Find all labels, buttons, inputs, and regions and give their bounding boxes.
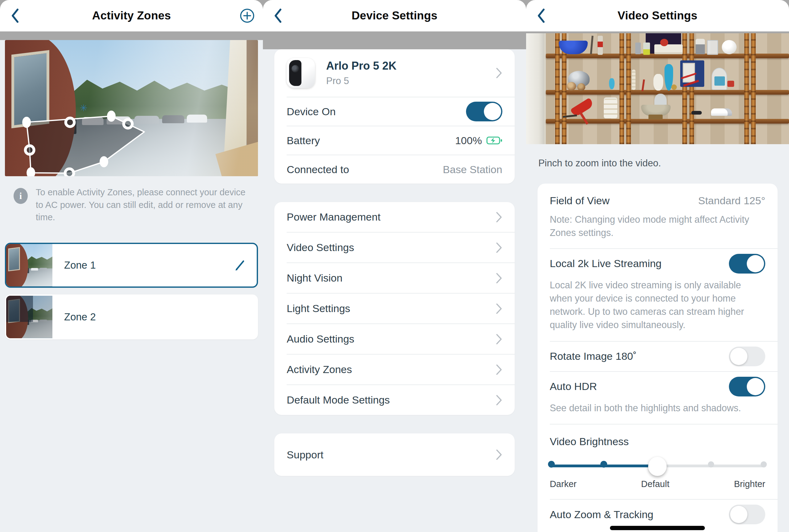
chevron-right-icon	[495, 242, 502, 253]
home-indicator	[610, 526, 705, 530]
camera-product-image	[287, 58, 315, 88]
pencil-icon[interactable]	[233, 259, 246, 272]
photo-stick	[590, 36, 593, 54]
ac-power-note: i To enable Activity Zones, please conne…	[14, 186, 249, 224]
brightness-scale-labels: Darker Default Brighter	[550, 479, 765, 489]
menu-item-audio-settings[interactable]: Audio Settings	[274, 324, 514, 354]
photo-wood-ball	[567, 82, 576, 91]
menu-item-default-mode-settings[interactable]: Default Mode Settings	[274, 385, 514, 415]
device-summary-card: Arlo Pro 5 2K Pro 5 Device On Battery 10…	[274, 49, 514, 184]
battery-label: Battery	[287, 135, 320, 147]
photo-dome-label	[714, 76, 725, 86]
auto-hdr-row: Auto HDR	[538, 372, 777, 401]
local-streaming-toggle[interactable]	[729, 254, 765, 273]
chevron-right-icon	[495, 364, 502, 376]
auto-zoom-toggle[interactable]	[729, 505, 765, 524]
field-of-view-note: Note: Changing video mode might affect A…	[550, 213, 765, 240]
pinch-zoom-hint: Pinch to zoom into the video.	[539, 158, 777, 169]
toggle-knob	[730, 348, 747, 365]
brightness-brighter-label: Brighter	[734, 479, 765, 489]
menu-item-label: Light Settings	[287, 303, 350, 315]
auto-zoom-row: Auto Zoom & Tracking	[538, 500, 777, 529]
back-button[interactable]	[534, 7, 548, 24]
photo-bowl-stand	[649, 115, 663, 119]
activity-zones-body: ✳ i To enable Activity Zones, please con…	[0, 40, 263, 532]
photo-shelf-post	[690, 33, 694, 144]
device-settings-body: Arlo Pro 5 2K Pro 5 Device On Battery 10…	[263, 49, 526, 532]
menu-item-label: Activity Zones	[287, 363, 352, 376]
toggle-knob	[747, 255, 764, 272]
photo-metal-cup	[635, 42, 641, 54]
menu-item-video-settings[interactable]: Video Settings	[274, 232, 514, 263]
field-of-view-label: Field of View	[550, 195, 609, 207]
back-button[interactable]	[8, 7, 22, 24]
zone-midpoint-handle[interactable]	[124, 119, 132, 128]
menu-item-night-vision[interactable]: Night Vision	[274, 263, 514, 293]
zone-midpoint-handle[interactable]	[65, 169, 74, 176]
field-of-view-row[interactable]: Field of View Standard 125°	[538, 184, 777, 207]
auto-zoom-label: Auto Zoom & Tracking	[550, 509, 653, 520]
device-name: Arlo Pro 5 2K	[326, 59, 484, 72]
local-streaming-description: Local 2K live video streaming is only av…	[550, 279, 765, 332]
toggle-knob	[747, 378, 764, 395]
zone-label: Zone 2	[64, 311, 257, 323]
back-button[interactable]	[271, 7, 284, 24]
zone-handle[interactable]	[22, 117, 31, 128]
connected-to-row: Connected to Base Station	[274, 155, 514, 184]
ac-power-note-text: To enable Activity Zones, please connect…	[36, 186, 249, 224]
device-on-toggle[interactable]	[466, 102, 502, 121]
zone-midpoint-handle[interactable]	[65, 118, 74, 127]
device-row[interactable]: Arlo Pro 5 2K Pro 5	[274, 49, 514, 97]
zone-midpoint-handle[interactable]	[25, 146, 34, 154]
photo-red-stick	[641, 79, 645, 91]
activity-zones-screen: Activity Zones ✳	[0, 0, 263, 532]
photo-stone-bowl	[641, 105, 671, 116]
video-settings-body: Pinch to zoom into the video. Field of V…	[526, 33, 789, 532]
zone-handle[interactable]	[99, 156, 108, 167]
menu-item-light-settings[interactable]: Light Settings	[274, 293, 514, 323]
menu-item-label: Power Management	[287, 211, 380, 223]
zone-editor-preview[interactable]: ✳	[5, 40, 258, 176]
menu-item-label: Video Settings	[287, 242, 354, 253]
photo-shelf-post	[555, 33, 560, 144]
settings-menu-card: Power Management Video Settings Night Vi…	[274, 202, 514, 415]
connected-to-value: Base Station	[443, 164, 502, 176]
photo-small-blue-vase	[609, 78, 615, 89]
chevron-right-icon	[495, 394, 502, 406]
zone-handle[interactable]	[107, 111, 116, 122]
photo-shelf-post	[751, 33, 756, 144]
video-settings-header: Video Settings	[526, 0, 789, 32]
photo-binoculars	[691, 111, 702, 115]
info-icon: i	[14, 188, 28, 204]
plus-circle-icon	[240, 8, 255, 23]
connected-to-label: Connected to	[287, 164, 349, 176]
brightness-slider[interactable]	[550, 456, 765, 476]
brightness-darker-label: Darker	[550, 479, 577, 489]
menu-item-activity-zones[interactable]: Activity Zones	[274, 355, 514, 384]
camera-live-preview[interactable]	[526, 33, 789, 144]
photo-door	[526, 33, 546, 144]
camera-lens-icon	[292, 65, 299, 72]
photo-glass-cylinder	[707, 40, 718, 55]
chevron-right-icon	[495, 272, 502, 284]
video-brightness-label: Video Brightness	[550, 436, 765, 448]
slider-thumb[interactable]	[648, 457, 666, 476]
menu-item-power-management[interactable]: Power Management	[274, 202, 514, 232]
chevron-left-icon	[536, 8, 546, 23]
page-title: Activity Zones	[92, 9, 171, 22]
chevron-right-icon	[495, 67, 502, 79]
rotate-image-row: Rotate Image 180˚	[538, 342, 777, 371]
local-streaming-label: Local 2k Live Streaming	[550, 258, 662, 269]
chevron-right-icon	[495, 211, 502, 223]
chevron-left-icon	[273, 8, 282, 23]
zone-list-item-1[interactable]: Zone 1	[5, 243, 258, 288]
add-zone-button[interactable]	[240, 8, 255, 23]
brightness-default-label: Default	[641, 479, 670, 489]
auto-hdr-toggle[interactable]	[729, 377, 765, 397]
photo-white-vase	[653, 74, 663, 91]
photo-shelf-post	[744, 33, 749, 144]
zone-list-item-2[interactable]: Zone 2	[5, 294, 258, 340]
rotate-image-toggle[interactable]	[729, 346, 765, 366]
menu-item-label: Default Mode Settings	[287, 394, 390, 406]
menu-item-support[interactable]: Support	[274, 433, 514, 476]
